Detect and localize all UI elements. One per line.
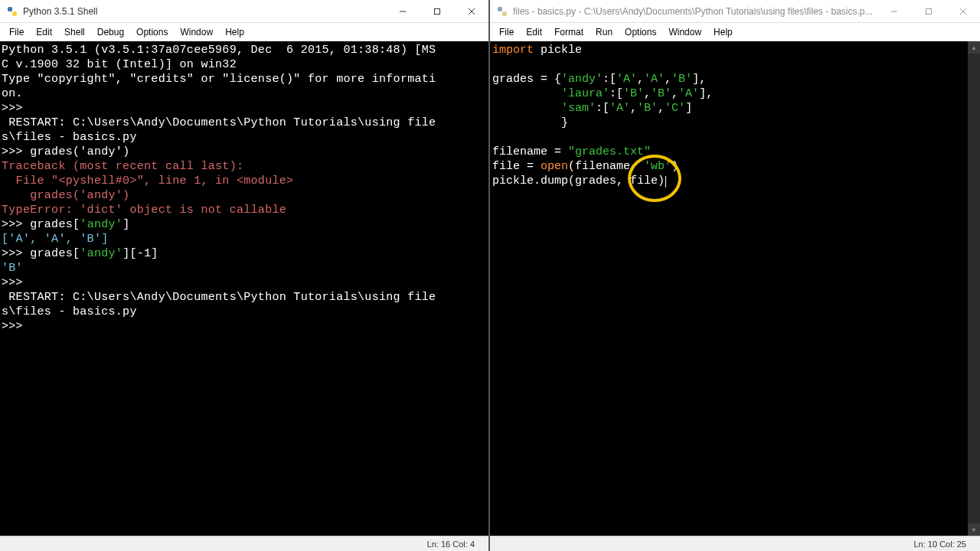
output: 'B' (2, 262, 23, 275)
window-controls (385, 0, 488, 22)
traceback: File "<pyshell#0>", line 1, in <module> (2, 174, 293, 187)
output: ['A', 'A', 'B'] (2, 233, 109, 246)
restart-line: s\files - basics.py (2, 305, 144, 318)
close-button[interactable] (946, 0, 980, 22)
menu-debug[interactable]: Debug (91, 25, 130, 39)
scroll-track[interactable] (968, 54, 980, 523)
string-literal: 'B' (637, 102, 658, 115)
cursor-position: Ln: 16 Col: 4 (427, 540, 475, 549)
string-literal: 'andy' (80, 247, 122, 260)
traceback: TypeError: 'dict' object is not callable (2, 204, 286, 217)
editor-window: files - basics.py - C:\Users\Andy\Docume… (490, 0, 980, 551)
restart-line: RESTART: C:\Users\Andy\Documents\Python … (2, 116, 436, 129)
svg-rect-0 (8, 7, 12, 11)
editor-titlebar[interactable]: files - basics.py - C:\Users\Andy\Docume… (490, 0, 980, 23)
string-literal: 'A' (644, 73, 665, 86)
string-literal: 'B' (671, 73, 692, 86)
pad (492, 102, 561, 115)
banner: C v.1900 32 bit (Intel)] on win32 (2, 58, 237, 71)
code: , (658, 102, 665, 115)
restart-line: RESTART: C:\Users\Andy\Documents\Python … (2, 291, 436, 304)
code: :[ (609, 87, 623, 100)
menu-window[interactable]: Window (174, 25, 219, 39)
minimize-button[interactable] (877, 0, 911, 22)
shell-text-area[interactable]: Python 3.5.1 (v3.5.1:37a07cee5969, Dec 6… (0, 41, 488, 536)
code: :[ (596, 102, 609, 115)
menu-options[interactable]: Options (130, 25, 174, 39)
string-literal: 'A' (678, 87, 699, 100)
code: ) (671, 160, 678, 173)
menu-window[interactable]: Window (662, 25, 707, 39)
code: , (644, 87, 651, 100)
menu-file[interactable]: File (493, 25, 520, 39)
menu-edit[interactable]: Edit (520, 25, 548, 39)
prompt: >>> (2, 218, 30, 231)
maximize-button[interactable] (911, 0, 946, 22)
vertical-scrollbar[interactable]: ▲ ▼ (968, 41, 980, 536)
svg-rect-9 (926, 8, 931, 14)
menu-file[interactable]: File (3, 25, 30, 39)
svg-rect-7 (502, 11, 507, 16)
maximize-button[interactable] (420, 0, 454, 22)
menu-help[interactable]: Help (707, 25, 739, 39)
code: ], (699, 87, 713, 100)
string-literal: "grades.txt" (568, 145, 651, 158)
scroll-up-button[interactable]: ▲ (968, 41, 980, 54)
text-cursor-icon (665, 176, 666, 187)
window-controls (877, 0, 980, 22)
banner: Python 3.5.1 (v3.5.1:37a07cee5969, Dec 6… (2, 44, 436, 57)
code: (filename, (568, 160, 644, 173)
prompt: >>> (2, 276, 23, 289)
restart-line: s\files - basics.py (2, 131, 144, 144)
code: ], (692, 73, 706, 86)
pad (492, 116, 561, 129)
input-code: ][-1] (122, 247, 158, 260)
svg-rect-3 (434, 8, 439, 14)
code: } (561, 116, 568, 129)
banner: Type "copyright", "credits" or "license(… (2, 73, 436, 86)
minimize-button[interactable] (385, 0, 420, 22)
prompt: >>> (2, 247, 30, 260)
string-literal: 'B' (623, 87, 644, 100)
traceback: grades('andy') (2, 189, 129, 202)
string-literal: 'sam' (561, 102, 596, 115)
close-button[interactable] (454, 0, 488, 22)
python-icon (6, 5, 18, 18)
code: pickle.dump(grades, file) (492, 174, 665, 187)
menu-format[interactable]: Format (548, 25, 590, 39)
cursor-position: Ln: 10 Col: 25 (914, 540, 967, 549)
menu-shell[interactable]: Shell (58, 25, 91, 39)
input-code: grades[ (30, 218, 80, 231)
input-code: ] (122, 218, 129, 231)
editor-text-area[interactable]: import pickle grades = {'andy':['A','A',… (490, 41, 980, 536)
input-code: grades[ (30, 247, 80, 260)
string-literal: 'laura' (561, 87, 609, 100)
string-literal: 'B' (651, 87, 671, 100)
svg-rect-1 (12, 11, 17, 16)
string-literal: 'A' (609, 102, 630, 115)
menu-edit[interactable]: Edit (30, 25, 58, 39)
code: :[ (603, 73, 616, 86)
code: , (637, 73, 644, 86)
pad (492, 87, 561, 100)
editor-title: files - basics.py - C:\Users\Andy\Docume… (513, 6, 877, 17)
shell-statusbar: Ln: 16 Col: 4 (0, 536, 488, 551)
string-literal: 'C' (665, 102, 685, 115)
menu-run[interactable]: Run (590, 25, 619, 39)
prompt: >>> (2, 320, 30, 333)
code: filename = (492, 145, 568, 158)
code: grades = { (492, 73, 561, 86)
editor-statusbar: Ln: 10 Col: 25 (490, 536, 980, 551)
shell-title: Python 3.5.1 Shell (23, 6, 385, 17)
menu-options[interactable]: Options (619, 25, 662, 39)
code: ] (685, 102, 692, 115)
python-icon (496, 5, 508, 18)
editor-menubar: File Edit Format Run Options Window Help (490, 23, 980, 41)
scroll-down-button[interactable]: ▼ (968, 523, 980, 536)
input-code: grades('andy') (30, 145, 129, 158)
shell-titlebar[interactable]: Python 3.5.1 Shell (0, 0, 488, 23)
code: pickle (534, 44, 582, 57)
menu-help[interactable]: Help (219, 25, 250, 39)
traceback: Traceback (most recent call last): (2, 160, 243, 173)
prompt: >>> (2, 145, 30, 158)
